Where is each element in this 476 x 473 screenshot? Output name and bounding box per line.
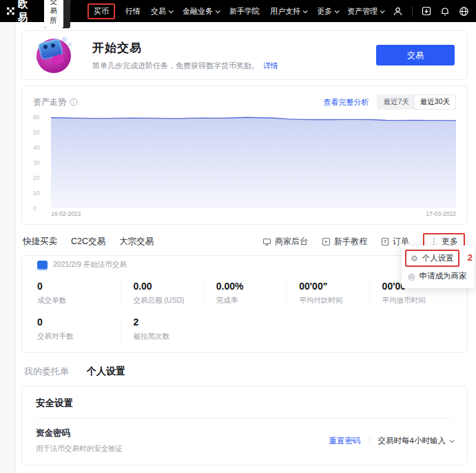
merchant-since-text: 2021/2/9 开始法币交易 (53, 260, 127, 271)
stats-row-1: 0 成交单数 0.00 交易总额 (USD) 0.00% 完成率 00'00" … (37, 281, 452, 305)
nav-item-markets[interactable]: 行情 (125, 6, 141, 17)
reset-password-link[interactable]: 重置密码 (329, 436, 361, 446)
top-navbar: 欧易 交易所 MetaX 买币 行情 交易 金融业务 新手学院 用户支持 更多 … (0, 0, 476, 22)
download-app-icon[interactable] (422, 6, 431, 16)
y-tick-label: 60 (33, 114, 39, 121)
merchant-badge-icon: ◎ (408, 272, 415, 281)
nav-item-academy[interactable]: 新手学院 (229, 6, 260, 17)
fund-password-actions: 重置密码 交易时每4小时输入 (329, 436, 453, 446)
tab-c2c-trade[interactable]: C2C交易 (71, 236, 105, 248)
full-analysis-link[interactable]: 查看完整分析 (323, 97, 369, 108)
tab-metax[interactable]: MetaX (63, 0, 70, 28)
fund-password-info: 资金密码 用于法币交易时的安全验证 (36, 427, 123, 454)
chevron-down-icon (169, 8, 174, 13)
stat-counterparties: 0 交易对手数 (37, 316, 120, 341)
hero-text: 开始交易 简单几步完成进阶任务，免费获得数字货币奖励。详情 (92, 40, 278, 71)
y-tick-label: 10 (33, 190, 39, 197)
assets-menu[interactable]: 资产管理 (347, 6, 384, 17)
chevron-down-icon (450, 438, 455, 443)
chart-header: 资产走势 查看完整分析 最近7天 最近30天 (33, 94, 456, 110)
fund-password-desc: 用于法币交易时的安全验证 (36, 444, 123, 454)
x-axis: 16-02-2022 17-03-2022 (33, 208, 456, 219)
range-30d-button[interactable]: 最近30天 (415, 95, 455, 109)
nav-items: 买币 行情 交易 金融业务 新手学院 用户支持 更多 (87, 3, 338, 19)
stat-blacklisted-count: 2 被拉黑次数 (120, 316, 203, 341)
y-tick-label: 50 (33, 129, 39, 136)
nav-item-finance[interactable]: 金融业务 (183, 6, 219, 17)
chevron-down-icon (380, 8, 385, 13)
y-tick-label: 30 (33, 159, 39, 166)
more-context-menu: ⚙ 个人设置 2 ◎ 申请成为商家 (402, 245, 475, 288)
merchant-portal-icon (262, 237, 271, 246)
annotation-box-buy: 买币 (87, 3, 115, 19)
trade-nav: 快捷买卖 C2C交易 大宗交易 商家后台 新手教程 订单 (23, 233, 465, 250)
gear-icon: ⚙ (411, 254, 418, 263)
asset-trend-card: 资产走势 查看完整分析 最近7天 最近30天 0102030405060 16-… (21, 85, 468, 225)
tab-personal-settings[interactable]: 个人设置 (87, 365, 125, 378)
nav-right: 资产管理 (347, 6, 469, 17)
nav-item-more[interactable]: 更多 (317, 6, 338, 17)
tab-block-trade[interactable]: 大宗交易 (119, 236, 154, 248)
x-label-end: 17-03-2022 (426, 210, 456, 217)
start-trading-banner: 开始交易 简单几步完成进阶任务，免费获得数字货币奖励。详情 交易 (21, 30, 468, 80)
range-toggle: 最近7天 最近30天 (377, 94, 456, 110)
tab-my-ads[interactable]: 我的委托单 (24, 365, 69, 378)
menu-item-personal-settings[interactable]: ⚙ 个人设置 (405, 250, 459, 267)
okx-logo[interactable]: 欧易 (7, 0, 32, 24)
tutorial-link[interactable]: 新手教程 (322, 236, 367, 248)
stat-completion-rate: 0.00% 完成率 (203, 281, 286, 305)
tab-exchange[interactable]: 交易所 (44, 0, 64, 28)
stat-total-volume: 0.00 交易总额 (USD) (120, 281, 203, 305)
y-axis: 0102030405060 (33, 117, 50, 208)
chart-title: 资产走势 (33, 97, 78, 108)
stat-avg-payment-time: 00'00" 平均付款时间 (286, 281, 369, 305)
orders-icon (381, 237, 389, 246)
x-label-start: 16-02-2022 (51, 210, 81, 217)
y-tick-label: 40 (33, 144, 39, 151)
trade-tabs: 快捷买卖 C2C交易 大宗交易 (23, 236, 154, 248)
info-icon[interactable] (70, 98, 78, 106)
detail-link[interactable]: 详情 (263, 61, 278, 70)
fund-password-row: 资金密码 用于法币交易时的安全验证 重置密码 交易时每4小时输入 (36, 419, 453, 465)
trade-button[interactable]: 交易 (376, 45, 455, 66)
chart-controls: 查看完整分析 最近7天 最近30天 (323, 94, 456, 110)
nav-item-support[interactable]: 用户支持 (270, 6, 307, 17)
merchant-since-row: 2021/2/9 开始法币交易 (37, 256, 452, 271)
merchant-portal-link[interactable]: 商家后台 (262, 236, 308, 248)
chevron-down-icon (216, 8, 220, 13)
security-settings-card: 安全设置 资金密码 用于法币交易时的安全验证 重置密码 交易时每4小时输入 (21, 386, 468, 465)
password-frequency-select[interactable]: 交易时每4小时输入 (378, 436, 453, 446)
merchant-stats-card: 2021/2/9 开始法币交易 0 成交单数 0.00 交易总额 (USD) 0… (21, 255, 468, 353)
mode-toggle: 交易所 MetaX (44, 0, 71, 28)
hero-title: 开始交易 (92, 40, 278, 56)
range-7d-button[interactable]: 最近7天 (377, 95, 414, 109)
stat-completed-orders: 0 成交单数 (37, 281, 120, 305)
mascot-image (34, 36, 73, 74)
menu-item-apply-merchant[interactable]: ◎ 申请成为商家 (402, 268, 475, 285)
logo-text: 欧易 (18, 0, 32, 24)
nav-item-buy-crypto[interactable]: 买币 (94, 6, 109, 17)
annotation-number-2: 2 (468, 252, 473, 263)
tutorial-icon (322, 237, 331, 246)
merchant-badge-icon (37, 261, 48, 270)
security-title: 安全设置 (36, 387, 453, 419)
more-dots-icon: ⋮ (430, 237, 438, 245)
notifications-bell-icon[interactable] (440, 6, 450, 16)
asset-trend-svg (51, 117, 456, 207)
nav-divider (412, 6, 413, 17)
stats-row-2: 0 交易对手数 2 被拉黑次数 (37, 316, 452, 341)
user-profile-icon[interactable] (393, 6, 403, 17)
nav-item-trade[interactable]: 交易 (151, 6, 172, 17)
tab-express-buy-sell[interactable]: 快捷买卖 (23, 236, 57, 248)
okx-logo-icon (7, 6, 14, 17)
hero-subtitle: 简单几步完成进阶任务，免费获得数字货币奖励。详情 (92, 61, 278, 71)
chevron-down-icon (335, 8, 340, 13)
divider (369, 436, 370, 445)
y-tick-label: 0 (33, 205, 37, 212)
chevron-down-icon (303, 8, 308, 13)
settings-nav: 我的委托单 个人设置 (24, 365, 468, 378)
fund-password-title: 资金密码 (36, 427, 123, 439)
y-tick-label: 20 (33, 174, 39, 181)
language-globe-icon[interactable] (459, 6, 469, 17)
chart-plot (51, 117, 456, 208)
